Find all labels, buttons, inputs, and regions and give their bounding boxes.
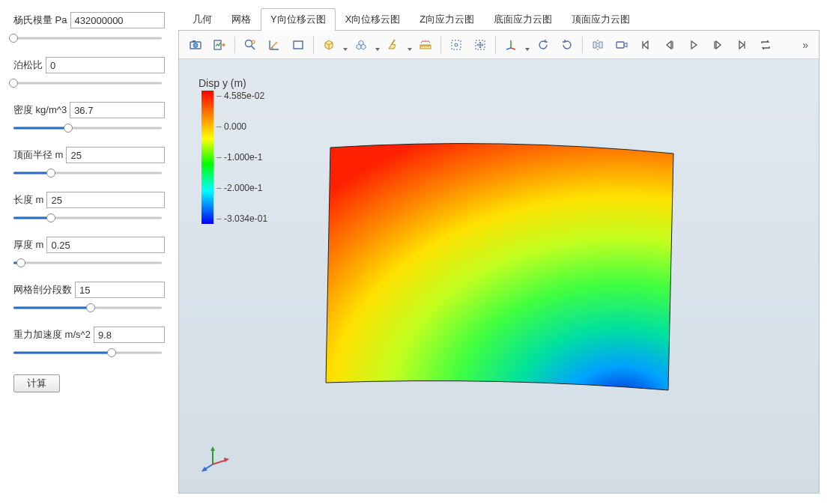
step-back-icon[interactable] <box>659 34 680 55</box>
rect-icon[interactable] <box>288 34 309 55</box>
param-thickness: 厚度 m <box>13 237 165 268</box>
view-toolbar: » <box>179 31 819 59</box>
svg-point-1 <box>193 43 198 47</box>
tab-disp-x[interactable]: X向位移云图 <box>336 8 411 31</box>
top-radius-slider[interactable] <box>13 168 162 178</box>
chevron-down-icon[interactable] <box>525 48 530 51</box>
video-icon[interactable] <box>611 34 632 55</box>
length-slider[interactable] <box>13 213 162 223</box>
param-label: 密度 kg/m^3 <box>13 103 67 117</box>
toolbar-overflow[interactable]: » <box>798 39 813 51</box>
legend-title: Disp y (m) <box>199 77 267 89</box>
legend-tick: 4.585e-02 <box>216 91 267 101</box>
svg-line-14 <box>511 48 515 49</box>
param-mesh-segments: 网格剖分段数 <box>13 282 165 313</box>
gravity-slider[interactable] <box>13 347 162 358</box>
legend-ticks: 4.585e-02 0.000 -1.000e-1 -2.000e-1 -3.0… <box>216 91 267 224</box>
zoom-icon[interactable] <box>240 34 261 55</box>
mesh-segments-slider[interactable] <box>13 303 162 313</box>
chevron-down-icon[interactable] <box>375 48 380 51</box>
cube-icon[interactable] <box>318 34 339 55</box>
svg-line-15 <box>506 48 511 49</box>
legend-colorbar <box>202 91 213 224</box>
svg-rect-17 <box>593 42 596 48</box>
svg-rect-19 <box>617 42 624 48</box>
legend-tick: -2.000e-1 <box>216 183 267 193</box>
rotate-right-icon[interactable] <box>557 34 578 55</box>
param-label: 厚度 m <box>13 238 43 252</box>
mesh-segments-input[interactable] <box>75 282 165 298</box>
skip-last-icon[interactable] <box>731 34 752 55</box>
loop-icon[interactable] <box>755 34 776 55</box>
main-panel: 几何 网格 Y向位移云图 X向位移云图 Z向应力云图 底面应力云图 顶面应力云图 <box>178 0 830 504</box>
thickness-input[interactable] <box>46 237 165 253</box>
legend-tick: -3.034e-01 <box>216 213 267 224</box>
broom-icon[interactable] <box>383 34 404 55</box>
svg-rect-7 <box>294 41 303 49</box>
chart-export-icon[interactable] <box>209 34 230 55</box>
youngs-modulus-input[interactable] <box>70 12 165 28</box>
svg-rect-18 <box>599 42 602 48</box>
axis-triad-icon <box>202 442 231 472</box>
poisson-slider[interactable] <box>13 78 162 88</box>
axes-icon[interactable] <box>500 34 521 55</box>
length-input[interactable] <box>46 192 165 208</box>
tab-geometry[interactable]: 几何 <box>183 8 222 31</box>
angle-icon[interactable] <box>264 34 285 55</box>
param-label: 顶面半径 m <box>13 148 63 162</box>
gravity-input[interactable] <box>94 327 165 343</box>
toolbar-separator <box>440 37 441 53</box>
param-gravity: 重力加速度 m/s^2 <box>13 327 165 358</box>
svg-rect-10 <box>452 40 461 49</box>
toolbar-separator <box>313 37 314 53</box>
tab-disp-y[interactable]: Y向位移云图 <box>261 8 336 31</box>
view-panel: » Disp y (m) 4.585e-02 0.000 -1.000e-1 -… <box>178 31 820 494</box>
camera-icon[interactable] <box>185 34 206 55</box>
svg-marker-27 <box>224 458 229 462</box>
color-legend: Disp y (m) 4.585e-02 0.000 -1.000e-1 -2.… <box>202 77 267 224</box>
move-icon[interactable] <box>470 34 491 55</box>
svg-line-8 <box>392 40 395 44</box>
param-youngs-modulus: 杨氏模量 Pa <box>13 12 165 43</box>
param-density: 密度 kg/m^3 <box>13 102 165 133</box>
toolbar-separator <box>582 37 583 53</box>
legend-tick: 0.000 <box>216 121 267 132</box>
svg-line-5 <box>252 46 255 49</box>
tab-stress-bottom[interactable]: 底面应力云图 <box>484 8 562 31</box>
toolbar-separator <box>234 37 235 53</box>
param-label: 重力加速度 m/s^2 <box>13 328 91 341</box>
poisson-input[interactable] <box>46 57 165 73</box>
play-icon[interactable] <box>683 34 704 55</box>
param-poisson: 泊松比 <box>13 57 165 88</box>
tab-stress-top[interactable]: 顶面应力云图 <box>562 8 640 31</box>
toolbar-separator <box>495 37 496 53</box>
param-label: 网格剖分段数 <box>13 283 72 297</box>
tab-stress-z[interactable]: Z向应力云图 <box>410 8 484 31</box>
param-length: 长度 m <box>13 192 165 223</box>
svg-point-4 <box>246 40 252 46</box>
youngs-modulus-slider[interactable] <box>13 33 162 43</box>
tabs-bar: 几何 网格 Y向位移云图 X向位移云图 Z向应力云图 底面应力云图 顶面应力云图 <box>178 7 820 31</box>
chevron-down-icon[interactable] <box>343 48 348 51</box>
step-fwd-icon[interactable] <box>707 34 728 55</box>
param-label: 泊松比 <box>13 58 43 72</box>
mirror-v-icon[interactable] <box>587 34 608 55</box>
cubes-icon[interactable] <box>351 34 372 55</box>
chevron-down-icon[interactable] <box>408 48 412 51</box>
tab-mesh[interactable]: 网格 <box>222 8 261 31</box>
compute-button[interactable]: 计算 <box>13 374 60 392</box>
rotate-left-icon[interactable] <box>533 34 554 55</box>
contour-plot <box>321 142 681 396</box>
thickness-slider[interactable] <box>13 258 162 268</box>
rubber-select-icon[interactable] <box>446 34 467 55</box>
plot-canvas[interactable]: Disp y (m) 4.585e-02 0.000 -1.000e-1 -2.… <box>179 59 819 493</box>
svg-point-11 <box>455 43 458 46</box>
ruler-icon[interactable] <box>415 34 436 55</box>
density-input[interactable] <box>70 102 165 118</box>
parameter-sidebar: 杨氏模量 Pa 泊松比 密度 kg/m^3 顶面半径 m <box>0 0 178 504</box>
top-radius-input[interactable] <box>66 147 165 163</box>
svg-rect-2 <box>193 40 196 42</box>
svg-marker-25 <box>210 446 215 451</box>
skip-first-icon[interactable] <box>635 34 656 55</box>
density-slider[interactable] <box>13 123 162 133</box>
